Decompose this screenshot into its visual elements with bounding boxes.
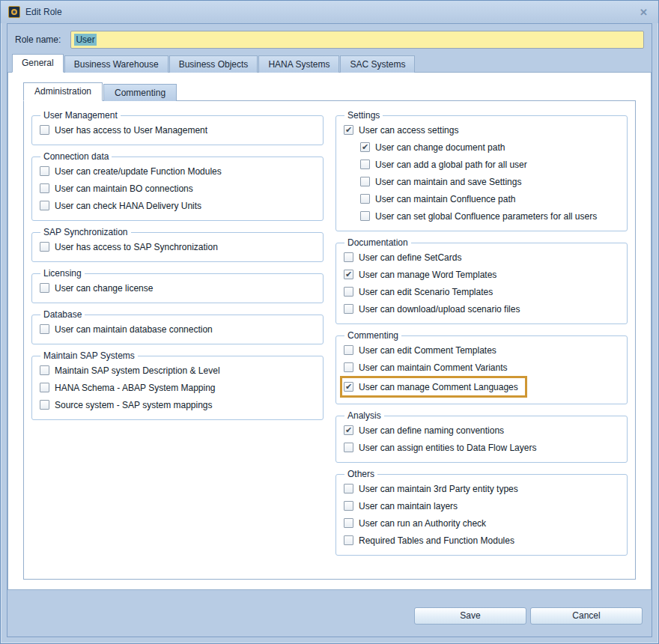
checkbox-row: User can maintain and save Settings	[360, 173, 619, 190]
checkbox-row: User can maintain Confluence path	[360, 190, 619, 207]
checkbox-label: User can define naming conventions	[359, 425, 504, 436]
checkbox-checked-icon[interactable]	[360, 142, 370, 152]
tab-commenting[interactable]: Commenting	[103, 84, 177, 101]
edit-role-window: Edit Role ✕ Role name: User GeneralBusin…	[0, 0, 659, 644]
checkbox-row: User can create/update Function Modules	[40, 162, 315, 180]
checkbox-label: User has access to User Management	[55, 125, 207, 136]
checkbox-label: User can maintain Comment Variants	[359, 362, 508, 373]
tab-business-warehouse[interactable]: Business Warehouse	[64, 55, 168, 73]
tab-administration[interactable]: Administration	[23, 82, 103, 101]
checkbox-row: User can define naming conventions	[344, 422, 619, 439]
checkbox-checked-icon[interactable]	[344, 270, 353, 279]
group-title: SAP Synchronization	[40, 227, 131, 237]
checkbox-unchecked-icon[interactable]	[344, 484, 353, 493]
group-user-management: User ManagementUser has access to User M…	[31, 110, 324, 145]
checkbox-unchecked-icon[interactable]	[344, 345, 353, 355]
checkbox-row: User can add a global path for all user	[360, 156, 619, 173]
checkbox-unchecked-icon[interactable]	[40, 400, 49, 410]
checkbox-unchecked-icon[interactable]	[344, 304, 353, 314]
checkbox-unchecked-icon[interactable]	[40, 365, 49, 375]
highlight-frame: User can manage Comment Languages	[340, 376, 527, 398]
checkbox-row: User can run an Authority check	[344, 514, 619, 532]
checkbox-row: User can change document path	[360, 139, 619, 156]
checkbox-row: User can assign entities to Data Flow La…	[344, 439, 619, 456]
role-name-input[interactable]: User	[70, 31, 644, 49]
checkbox-unchecked-icon[interactable]	[360, 211, 370, 221]
checkbox-row: User can maintain database connection	[40, 321, 315, 338]
checkbox-row: Required Tables and Function Modules	[344, 532, 619, 549]
checkbox-row: User can download/upload scenario files	[344, 300, 619, 318]
group-title: Database	[40, 309, 85, 320]
checkbox-label: User can maintain layers	[359, 501, 458, 511]
checkbox-unchecked-icon[interactable]	[40, 125, 49, 135]
tab-sac-systems[interactable]: SAC Systems	[340, 55, 415, 73]
checkbox-label: User can maintain and save Settings	[375, 177, 521, 187]
checkbox-unchecked-icon[interactable]	[40, 183, 49, 193]
checkbox-unchecked-icon[interactable]	[360, 160, 370, 169]
checkbox-unchecked-icon[interactable]	[40, 201, 49, 210]
checkbox-row: User can edit Scenario Templates	[344, 283, 619, 300]
group-database: DatabaseUser can maintain database conne…	[31, 309, 324, 344]
checkbox-unchecked-icon[interactable]	[360, 177, 370, 186]
checkbox-unchecked-icon[interactable]	[40, 242, 49, 252]
checkbox-label: HANA Schema - ABAP System Mapping	[55, 383, 216, 393]
checkbox-unchecked-icon[interactable]	[344, 535, 353, 545]
group-title: Settings	[344, 110, 383, 121]
checkbox-row: User can edit Comment Templates	[344, 341, 619, 359]
checkbox-row: Source system - SAP system mappings	[40, 396, 315, 413]
checkbox-label: User can edit Comment Templates	[359, 345, 496, 356]
group-sap-synchronization: SAP SynchronizationUser has access to SA…	[31, 227, 324, 262]
role-name-value: User	[74, 34, 96, 46]
checkbox-row: HANA Schema - ABAP System Mapping	[40, 379, 315, 396]
checkbox-unchecked-icon[interactable]	[344, 362, 353, 372]
checkbox-label: User can check HANA Delivery Units	[55, 201, 201, 211]
window-title: Edit Role	[25, 7, 62, 17]
group-title: Documentation	[344, 237, 411, 248]
cancel-button[interactable]: Cancel	[530, 607, 643, 625]
group-settings: SettingsUser can access settingsUser can…	[335, 110, 628, 231]
checkbox-label: User can manage Comment Languages	[359, 382, 518, 392]
checkbox-label: User can run an Authority check	[359, 518, 486, 529]
checkbox-checked-icon[interactable]	[344, 425, 353, 435]
group-others: OthersUser can maintain 3rd Party entity…	[335, 469, 628, 556]
group-title: Others	[344, 469, 377, 479]
checkbox-unchecked-icon[interactable]	[40, 383, 49, 392]
group-title: User Management	[40, 110, 121, 121]
checkbox-unchecked-icon[interactable]	[360, 194, 370, 204]
left-column: User ManagementUser has access to User M…	[31, 110, 324, 573]
checkbox-unchecked-icon[interactable]	[344, 501, 353, 511]
checkbox-row: User can manage Word Templates	[344, 266, 619, 283]
checkbox-checked-icon[interactable]	[344, 125, 353, 135]
close-icon[interactable]: ✕	[637, 7, 651, 17]
checkbox-row: Maintain SAP system Description & Level	[40, 362, 315, 379]
checkbox-row: User can maintain Comment Variants	[344, 359, 619, 376]
checkbox-checked-icon[interactable]	[344, 382, 353, 392]
checkbox-row: User can define SetCards	[344, 249, 619, 266]
checkbox-label: User can maintain BO connections	[55, 183, 193, 194]
checkbox-row: User can maintain 3rd Party entity types	[344, 480, 619, 497]
checkbox-unchecked-icon[interactable]	[40, 166, 49, 176]
group-commenting: CommentingUser can edit Comment Template…	[335, 330, 628, 404]
checkbox-unchecked-icon[interactable]	[344, 518, 353, 528]
checkbox-label: User can change document path	[375, 142, 505, 153]
checkbox-row: User has access to SAP Synchronization	[40, 238, 315, 255]
checkbox-unchecked-icon[interactable]	[344, 287, 353, 297]
checkbox-unchecked-icon[interactable]	[40, 324, 49, 334]
checkbox-label: User can download/upload scenario files	[359, 304, 520, 315]
app-logo-icon	[8, 6, 20, 18]
save-button[interactable]: Save	[414, 607, 526, 625]
main-tabstrip: GeneralBusiness WarehouseBusiness Object…	[7, 54, 652, 72]
checkbox-row: User can maintain BO connections	[40, 180, 315, 197]
group-title: Licensing	[40, 268, 85, 279]
tab-business-objects[interactable]: Business Objects	[169, 55, 258, 73]
checkbox-unchecked-icon[interactable]	[344, 443, 353, 452]
tab-general[interactable]: General	[12, 54, 64, 73]
tab-hana-systems[interactable]: HANA Systems	[258, 55, 339, 73]
checkbox-unchecked-icon[interactable]	[40, 283, 49, 293]
checkbox-unchecked-icon[interactable]	[344, 252, 353, 262]
checkbox-label: User can assign entities to Data Flow La…	[359, 443, 536, 453]
role-name-row: Role name: User	[7, 24, 652, 54]
sub-tabstrip: AdministrationCommenting	[23, 82, 651, 100]
group-analysis: AnalysisUser can define naming conventio…	[335, 410, 628, 463]
checkbox-label: Maintain SAP system Description & Level	[55, 365, 220, 376]
